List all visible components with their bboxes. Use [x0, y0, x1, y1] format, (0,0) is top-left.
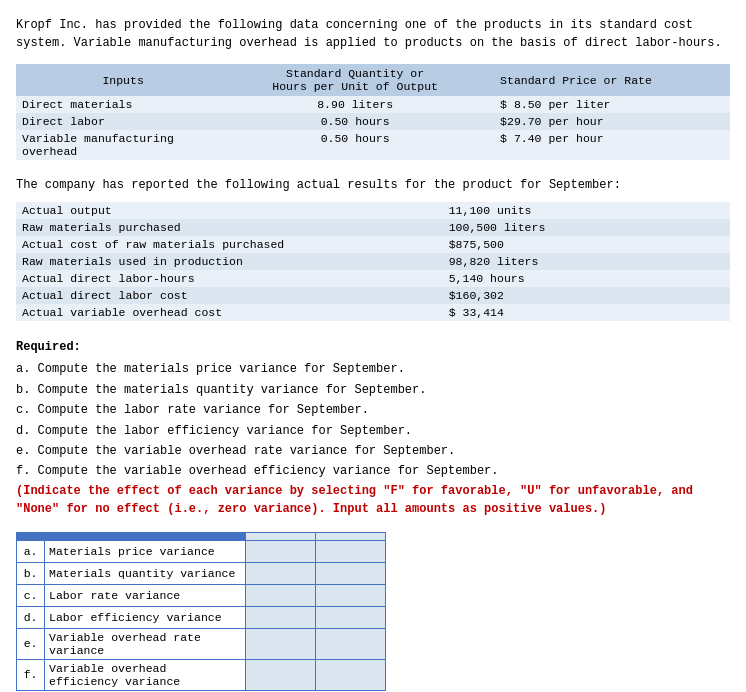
table-row: Actual output 11,100 units	[16, 202, 730, 219]
answer-row: a. Materials price variance	[17, 540, 386, 562]
answer-header-empty2	[45, 532, 246, 540]
answer-row: f. Variable overhead efficiency variance	[17, 659, 386, 690]
required-item: b. Compute the materials quantity varian…	[16, 380, 730, 400]
input-label: Variable manufacturing overhead	[16, 130, 230, 160]
actual-value: 5,140 hours	[409, 270, 730, 287]
actual-label: Actual direct labor cost	[16, 287, 409, 304]
intro-paragraph: Kropf Inc. has provided the following da…	[16, 16, 730, 52]
actual-value: $875,500	[409, 236, 730, 253]
answer-letter: a.	[17, 540, 45, 562]
answer-row: e. Variable overhead rate variance	[17, 628, 386, 659]
answer-desc: Materials quantity variance	[45, 562, 246, 584]
standard-header-price: Standard Price or Rate	[480, 64, 730, 96]
standard-cost-table: Inputs Standard Quantity orHours per Uni…	[16, 64, 730, 160]
answer-header-empty1	[17, 532, 45, 540]
actual-label: Actual variable overhead cost	[16, 304, 409, 321]
actual-label: Actual direct labor-hours	[16, 270, 409, 287]
table-row: Actual direct labor-hours 5,140 hours	[16, 270, 730, 287]
table-row: Raw materials purchased 100,500 liters	[16, 219, 730, 236]
price-value: $ 7.40 per hour	[480, 130, 730, 160]
table-row: Raw materials used in production 98,820 …	[16, 253, 730, 270]
answer-desc: Labor efficiency variance	[45, 606, 246, 628]
table-row: Direct materials 8.90 liters $ 8.50 per …	[16, 96, 730, 113]
required-section: Required: a. Compute the materials price…	[16, 337, 730, 518]
answer-input1[interactable]	[245, 540, 315, 562]
required-item: e. Compute the variable overhead rate va…	[16, 441, 730, 461]
table-row: Actual variable overhead cost $ 33,414	[16, 304, 730, 321]
required-item: c. Compute the labor rate variance for S…	[16, 400, 730, 420]
qty-value: 0.50 hours	[230, 113, 480, 130]
answer-input1[interactable]	[245, 659, 315, 690]
qty-value: 8.90 liters	[230, 96, 480, 113]
actual-value: 98,820 liters	[409, 253, 730, 270]
actual-label: Actual output	[16, 202, 409, 219]
actual-value: 100,500 liters	[409, 219, 730, 236]
answer-letter: c.	[17, 584, 45, 606]
price-value: $29.70 per hour	[480, 113, 730, 130]
answer-desc: Labor rate variance	[45, 584, 246, 606]
answer-container: a. Materials price variance b. Materials…	[16, 532, 730, 691]
answer-letter: e.	[17, 628, 45, 659]
answer-input1[interactable]	[245, 584, 315, 606]
standard-header-qty: Standard Quantity orHours per Unit of Ou…	[230, 64, 480, 96]
input-label: Direct labor	[16, 113, 230, 130]
answer-input1[interactable]	[245, 628, 315, 659]
required-item: d. Compute the labor efficiency variance…	[16, 421, 730, 441]
required-item: f. Compute the variable overhead efficie…	[16, 461, 730, 481]
answer-input2[interactable]	[315, 628, 385, 659]
answer-desc: Variable overhead efficiency variance	[45, 659, 246, 690]
actual-label: Raw materials used in production	[16, 253, 409, 270]
actual-value: 11,100 units	[409, 202, 730, 219]
answer-input2[interactable]	[315, 584, 385, 606]
answer-table: a. Materials price variance b. Materials…	[16, 532, 386, 691]
answer-input2[interactable]	[315, 540, 385, 562]
actual-results-table: Actual output 11,100 units Raw materials…	[16, 202, 730, 321]
answer-row: c. Labor rate variance	[17, 584, 386, 606]
table-row: Actual direct labor cost $160,302	[16, 287, 730, 304]
answer-input1[interactable]	[245, 562, 315, 584]
answer-letter: b.	[17, 562, 45, 584]
answer-input2[interactable]	[315, 659, 385, 690]
answer-row: d. Labor efficiency variance	[17, 606, 386, 628]
qty-value: 0.50 hours	[230, 130, 480, 160]
answer-input2[interactable]	[315, 562, 385, 584]
answer-letter: f.	[17, 659, 45, 690]
standard-header-inputs: Inputs	[16, 64, 230, 96]
table-row: Variable manufacturing overhead 0.50 hou…	[16, 130, 730, 160]
table-row: Actual cost of raw materials purchased $…	[16, 236, 730, 253]
actual-value: $ 33,414	[409, 304, 730, 321]
actual-section-header: The company has reported the following a…	[16, 176, 730, 194]
answer-row: b. Materials quantity variance	[17, 562, 386, 584]
answer-input2[interactable]	[315, 606, 385, 628]
answer-header-col2	[315, 532, 385, 540]
answer-input1[interactable]	[245, 606, 315, 628]
price-value: $ 8.50 per liter	[480, 96, 730, 113]
answer-header-col1	[245, 532, 315, 540]
table-row: Direct labor 0.50 hours $29.70 per hour	[16, 113, 730, 130]
actual-value: $160,302	[409, 287, 730, 304]
answer-desc: Materials price variance	[45, 540, 246, 562]
answer-desc: Variable overhead rate variance	[45, 628, 246, 659]
required-title: Required:	[16, 337, 730, 357]
required-item: a. Compute the materials price variance …	[16, 359, 730, 379]
input-label: Direct materials	[16, 96, 230, 113]
warning-text: (Indicate the effect of each variance by…	[16, 482, 730, 518]
actual-label: Actual cost of raw materials purchased	[16, 236, 409, 253]
actual-label: Raw materials purchased	[16, 219, 409, 236]
answer-letter: d.	[17, 606, 45, 628]
